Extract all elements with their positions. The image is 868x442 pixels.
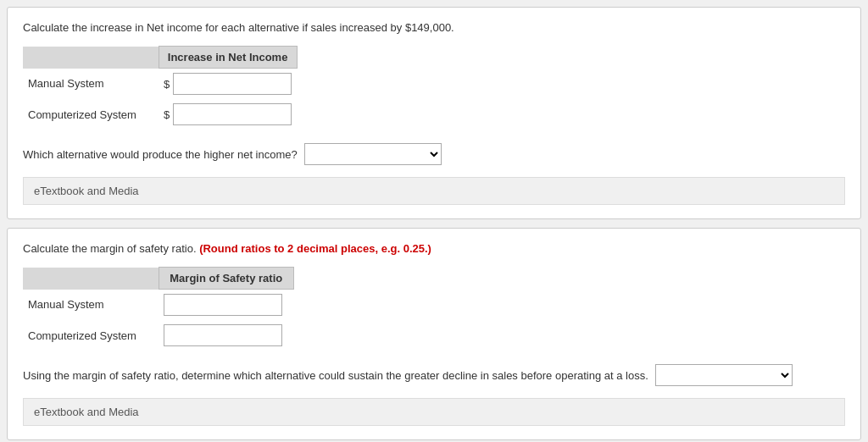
section1-etextbook-bar: eTextbook and Media [23,177,845,205]
table-row: Computerized System $ [23,99,297,130]
section1-row1-input-group: $ [164,73,292,95]
section1-instruction: Calculate the increase in Net income for… [23,21,845,34]
section1-table-header: Increase in Net Income [159,47,297,69]
section1-card: Calculate the increase in Net income for… [7,7,861,219]
section2-table-header: Margin of Safety ratio [159,268,294,290]
section1-dropdown-row: Which alternative would produce the high… [23,143,845,165]
section2-manual-system-input[interactable] [164,294,282,316]
section1-row2-input-group: $ [164,103,292,125]
section2-card: Calculate the margin of safety ratio. (R… [7,228,861,440]
page-wrapper: Calculate the increase in Net income for… [0,0,868,442]
section2-table-section: Margin of Safety ratio Manual System Com… [23,267,845,351]
section2-etextbook-bar: eTextbook and Media [23,398,845,426]
section1-etextbook-label: eTextbook and Media [34,185,139,197]
section1-table: Increase in Net Income Manual System $ [23,46,298,130]
section2-instruction-red: (Round ratios to 2 decimal places, e.g. … [199,242,431,255]
section2-dropdown-row: Using the margin of safety ratio, determ… [23,364,845,386]
section1-computerized-system-input[interactable] [173,103,292,125]
section1-row1-dollar: $ [164,78,170,91]
section2-dropdown-label: Using the margin of safety ratio, determ… [23,369,648,382]
section2-row2-label: Computerized System [23,320,159,351]
section2-table: Margin of Safety ratio Manual System Com… [23,267,294,351]
section2-etextbook-label: eTextbook and Media [34,406,139,418]
section2-instruction: Calculate the margin of safety ratio. (R… [23,242,845,255]
section1-table-section: Increase in Net Income Manual System $ [23,46,845,130]
section1-manual-system-input[interactable] [173,73,292,95]
table-row: Manual System $ [23,69,297,100]
section2-instruction-normal: Calculate the margin of safety ratio. [23,242,197,255]
section2-row1-label: Manual System [23,290,159,321]
table-row: Computerized System [23,320,294,351]
section1-dropdown[interactable]: Manual System Computerized System [304,143,442,165]
section1-row2-label: Computerized System [23,99,159,130]
section2-dropdown[interactable]: Manual System Computerized System [655,364,793,386]
section1-row1-label: Manual System [23,69,159,100]
section1-row2-dollar: $ [164,108,170,121]
table-row: Manual System [23,290,294,321]
section1-dropdown-label: Which alternative would produce the high… [23,148,298,161]
section2-computerized-system-input[interactable] [164,324,282,346]
